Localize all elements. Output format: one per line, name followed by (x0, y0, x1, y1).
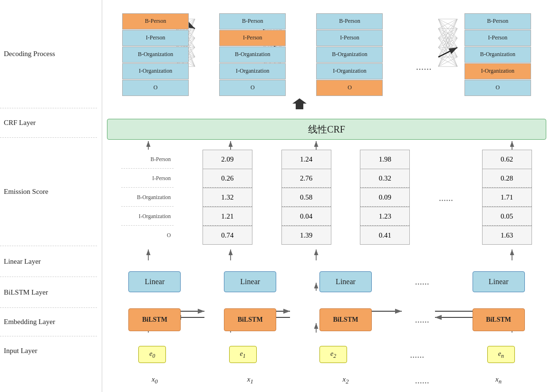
emission-col-4: 0.62 0.28 1.71 0.05 1.63 (482, 150, 532, 245)
decode-row: O (122, 80, 189, 96)
bilstm-dots: ...... (415, 314, 429, 325)
linear-dots: ...... (415, 276, 429, 287)
bilstm-box-3: BiLSTM (319, 308, 372, 331)
emission-score: 2.09 (203, 150, 252, 169)
decode-row: B-Person (464, 13, 531, 29)
embed-dots: ...... (410, 349, 424, 360)
emission-score: 0.32 (360, 169, 410, 188)
decode-block-1: B-Person I-Person B-Organization I-Organ… (122, 13, 189, 96)
embed-label-2: e2 (330, 350, 336, 359)
crf-label: CRF Layer (0, 108, 97, 138)
bilstm-box-1: BiLSTM (128, 308, 181, 331)
emission-score: 0.28 (482, 169, 532, 188)
embedding-section: e0 e1 e2 ...... en (107, 344, 546, 364)
embed-label-n: en (498, 350, 504, 359)
emission-score: 2.76 (281, 169, 331, 188)
embed-box-0: e0 (138, 346, 166, 363)
linear-box-3: Linear (319, 271, 372, 292)
input-label-1: x1 (224, 375, 276, 385)
decoding-label: Decoding Process (0, 0, 97, 108)
emission-score: 1.21 (203, 207, 252, 226)
linear-box-4: Linear (473, 271, 525, 292)
emission-score: 1.24 (281, 150, 331, 169)
emission-label-borg: B-Organization (121, 188, 174, 207)
decode-row: B-Person (219, 13, 286, 29)
emission-score: 0.62 (482, 150, 532, 169)
emission-col-1: 2.09 0.26 1.32 1.21 0.74 (203, 150, 252, 245)
bilstm-label: BiLSTM Layer (0, 277, 97, 308)
decode-row: I-Organization (316, 63, 383, 79)
decoding-section: B-Person I-Person B-Organization I-Organ… (107, 2, 546, 107)
emission-score: 0.74 (203, 226, 252, 245)
emission-score: 0.09 (360, 188, 410, 207)
emission-label: Emission Score (0, 138, 97, 246)
emission-label-iorg: I-Organization (121, 207, 174, 226)
decode-row: O (316, 80, 383, 96)
emission-score: 1.98 (360, 150, 410, 169)
embed-box-2: e2 (319, 346, 347, 363)
crf-label: 线性CRF (308, 123, 345, 136)
input-section: x0 x1 x2 ...... xn (107, 373, 546, 387)
emission-col-3: 1.98 0.32 0.09 1.23 0.41 (360, 150, 410, 245)
decode-block-3: B-Person I-Person B-Organization I-Organ… (316, 13, 383, 96)
decode-row: B-Person (316, 13, 383, 29)
emission-dots: ...... (439, 192, 453, 203)
input-label: Input Layer (0, 336, 97, 365)
emission-score: 0.05 (482, 207, 532, 226)
bilstm-box-2: BiLSTM (224, 308, 276, 331)
emission-score: 0.58 (281, 188, 331, 207)
emission-score: 1.32 (203, 188, 252, 207)
decode-row: I-Organization (464, 63, 531, 79)
decode-row: I-Person (464, 30, 531, 46)
emission-label-o: O (121, 226, 174, 245)
emission-labels: B-Person I-Person B-Organization I-Organ… (121, 150, 174, 245)
bilstm-box-4: BiLSTM (473, 308, 525, 331)
decode-row: B-Organization (219, 47, 286, 63)
decode-dots: ...... (416, 60, 432, 73)
decode-row: I-Person (316, 30, 383, 46)
emission-score: 1.23 (360, 207, 410, 226)
bilstm-section: BiLSTM BiLSTM BiLSTM ...... BiLSTM (107, 306, 546, 333)
decode-row: I-Organization (122, 63, 189, 79)
decode-row: B-Person (122, 13, 189, 29)
linear-box-2: Linear (224, 271, 276, 292)
decode-row: B-Organization (122, 47, 189, 63)
decode-row: B-Organization (464, 47, 531, 63)
embed-box-n: en (487, 346, 515, 363)
linear-section: Linear Linear Linear ...... Linear (107, 268, 546, 295)
embed-label-0: e0 (149, 350, 155, 359)
linear-label: Linear Layer (0, 246, 97, 277)
decode-row: I-Person (219, 30, 286, 46)
linear-box-1: Linear (128, 271, 181, 292)
emission-section: B-Person I-Person B-Organization I-Organ… (107, 150, 546, 259)
emission-score: 0.04 (281, 207, 331, 226)
embedding-label: Embedding Layer (0, 308, 97, 336)
crf-box: 线性CRF (107, 119, 546, 140)
emission-score: 1.63 (482, 226, 532, 245)
decode-row: O (219, 80, 286, 96)
emission-score: 0.41 (360, 226, 410, 245)
diagram-area: B-Person I-Person B-Organization I-Organ… (102, 0, 551, 392)
input-dots: ...... (415, 375, 429, 386)
input-label-0: x0 (128, 375, 181, 385)
emission-label-bperson: B-Person (121, 150, 174, 169)
input-label-2: x2 (319, 375, 372, 385)
embed-label-1: e1 (240, 350, 246, 359)
embed-box-1: e1 (229, 346, 257, 363)
emission-score: 1.71 (482, 188, 532, 207)
decode-row: I-Organization (219, 63, 286, 79)
emission-score: 1.39 (281, 226, 331, 245)
emission-col-2: 1.24 2.76 0.58 0.04 1.39 (281, 150, 331, 245)
labels-column: Decoding Process CRF Layer Emission Scor… (0, 0, 102, 392)
decode-block-2: B-Person I-Person B-Organization I-Organ… (219, 13, 286, 96)
decode-row: B-Organization (316, 47, 383, 63)
emission-label-iperson: I-Person (121, 169, 174, 188)
emission-score: 0.26 (203, 169, 252, 188)
input-label-n: xn (473, 375, 525, 385)
decode-row: O (464, 80, 531, 96)
decode-block-4: B-Person I-Person B-Organization I-Organ… (464, 13, 531, 96)
decode-row: I-Person (122, 30, 189, 46)
